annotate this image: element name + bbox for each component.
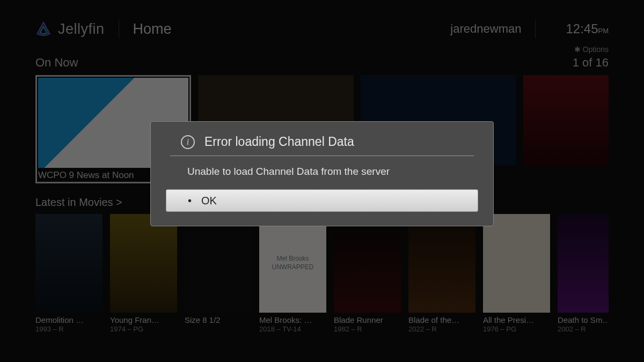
ok-button[interactable]: OK <box>166 189 478 212</box>
dialog-body: Unable to load Channel Data from the ser… <box>166 156 478 178</box>
ok-button-label: OK <box>201 195 217 207</box>
dialog-header: i Error loading Channel Data <box>170 135 474 156</box>
info-icon: i <box>181 135 195 149</box>
dialog-title: Error loading Channel Data <box>204 135 354 149</box>
error-dialog: i Error loading Channel Data Unable to l… <box>150 121 494 226</box>
